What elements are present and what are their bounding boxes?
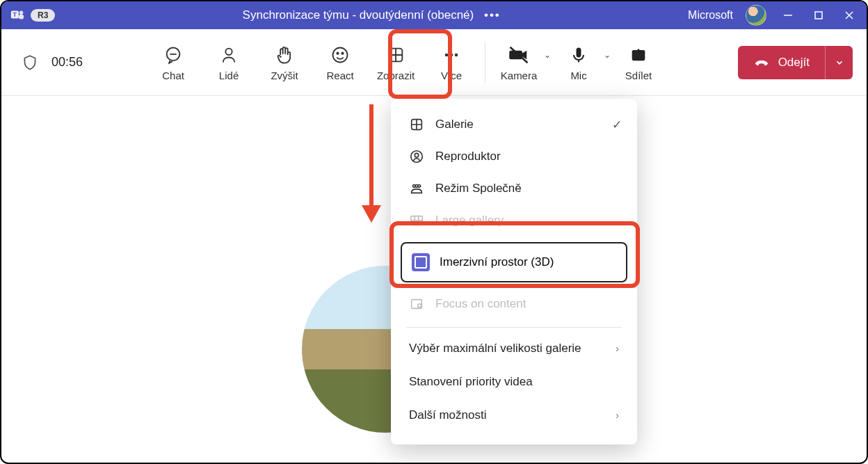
menu-label: Stanovení priority videa: [409, 375, 533, 389]
more-label: Více: [441, 70, 462, 81]
hangup-icon: [753, 54, 770, 71]
grid-icon: [409, 117, 424, 132]
mic-chevron-icon[interactable]: ⌄: [604, 50, 611, 60]
menu-label: Galerie: [435, 118, 474, 131]
leave-button[interactable]: Odejít: [738, 46, 825, 79]
svg-marker-38: [362, 205, 381, 223]
view-option-immersive-3d[interactable]: Imerzivní prostor (3D): [401, 242, 627, 282]
react-button[interactable]: React: [312, 42, 368, 81]
menu-label: Imerzivní prostor (3D): [440, 255, 554, 269]
people-button[interactable]: Lidé: [201, 42, 257, 81]
svg-point-18: [450, 53, 453, 56]
menu-label: Výběr maximální velikosti galerie: [409, 342, 581, 355]
immersive-icon: [412, 253, 430, 271]
user-avatar[interactable]: [746, 5, 766, 26]
view-option-speaker[interactable]: Reproduktor: [391, 141, 637, 173]
view-option-more[interactable]: Další možnosti ›: [391, 399, 637, 432]
svg-rect-36: [418, 304, 421, 307]
minimize-button[interactable]: [779, 6, 797, 24]
ring-badge: R3: [31, 9, 55, 22]
camera-button[interactable]: Kamera: [491, 42, 547, 81]
close-button[interactable]: [840, 6, 858, 24]
svg-point-30: [415, 185, 418, 188]
more-button[interactable]: Více: [424, 42, 479, 81]
view-label: Zobrazit: [377, 70, 415, 81]
camera-off-icon: [508, 45, 529, 65]
title-bar: T R3 Synchronizace týmu - dvoutýdenní (o…: [1, 1, 867, 29]
svg-point-2: [19, 11, 24, 15]
grid-icon: [385, 45, 406, 65]
large-grid-icon: [409, 213, 424, 228]
menu-label: Focus on content: [435, 297, 526, 311]
chat-button[interactable]: Chat: [145, 42, 201, 81]
mic-button[interactable]: Mic: [551, 42, 606, 81]
share-button[interactable]: Sdílet: [611, 42, 666, 81]
together-icon: [409, 181, 424, 196]
svg-point-26: [411, 151, 423, 163]
view-option-gallery-size[interactable]: Výběr maximální velikosti galerie ›: [391, 332, 637, 365]
meeting-toolbar: 00:56 Chat Lidé Zvýšit React Zobrazit: [1, 29, 867, 96]
speaker-icon: [409, 149, 424, 164]
svg-rect-5: [815, 12, 822, 19]
view-option-large-gallery: Large gallery: [391, 205, 637, 237]
view-option-video-priority[interactable]: Stanovení priority videa: [391, 365, 637, 399]
svg-point-12: [337, 52, 338, 54]
svg-rect-3: [19, 15, 24, 19]
svg-text:T: T: [13, 11, 17, 18]
view-dropdown: Galerie ✓ Reproduktor Režim Společně Lar…: [391, 99, 637, 445]
view-option-gallery[interactable]: Galerie ✓: [391, 109, 637, 141]
svg-point-19: [455, 53, 458, 56]
chevron-right-icon: ›: [616, 343, 619, 354]
view-option-together[interactable]: Režim Společně: [391, 173, 637, 205]
share-icon: [628, 45, 649, 65]
react-label: React: [326, 70, 353, 81]
svg-point-17: [445, 53, 449, 56]
hand-icon: [274, 45, 295, 65]
menu-label: Režim Společně: [435, 182, 522, 195]
svg-point-10: [225, 48, 232, 54]
leave-label: Odejít: [778, 56, 810, 70]
chevron-right-icon: ›: [616, 410, 619, 421]
org-label: Microsoft: [688, 9, 733, 22]
mic-label: Mic: [570, 70, 586, 81]
view-option-focus: Focus on content: [391, 288, 637, 320]
toolbar-divider: [485, 42, 485, 83]
view-button[interactable]: Zobrazit: [368, 42, 424, 81]
teams-icon: T: [10, 8, 25, 23]
svg-point-11: [333, 47, 348, 62]
camera-chevron-icon[interactable]: ⌄: [544, 50, 551, 60]
camera-label: Kamera: [501, 70, 538, 81]
shield-icon[interactable]: [21, 54, 39, 72]
call-timer: 00:56: [51, 55, 83, 70]
check-icon: ✓: [612, 118, 622, 132]
emoji-icon: [330, 45, 351, 65]
chat-label: Chat: [162, 70, 184, 81]
ellipsis-icon: [441, 45, 462, 65]
share-label: Sdílet: [625, 70, 652, 81]
chat-icon: [163, 45, 184, 65]
maximize-button[interactable]: [810, 6, 828, 24]
raise-hand-button[interactable]: Zvýšit: [257, 42, 312, 81]
title-more-icon[interactable]: •••: [484, 8, 501, 22]
raise-label: Zvýšit: [271, 70, 298, 81]
people-icon: [218, 45, 239, 65]
menu-label: Další možnosti: [409, 408, 486, 422]
people-label: Lidé: [219, 70, 239, 81]
menu-divider: [406, 327, 622, 328]
menu-label: Large gallery: [435, 214, 504, 227]
svg-point-13: [341, 52, 343, 54]
svg-point-27: [415, 153, 419, 157]
svg-rect-21: [577, 47, 581, 57]
focus-icon: [409, 296, 424, 312]
mic-icon: [568, 45, 589, 65]
menu-label: Reproduktor: [435, 150, 501, 163]
meeting-title: Synchronizace týmu - dvoutýdenní (obecné…: [243, 8, 474, 22]
leave-dropdown-button[interactable]: [825, 46, 853, 79]
